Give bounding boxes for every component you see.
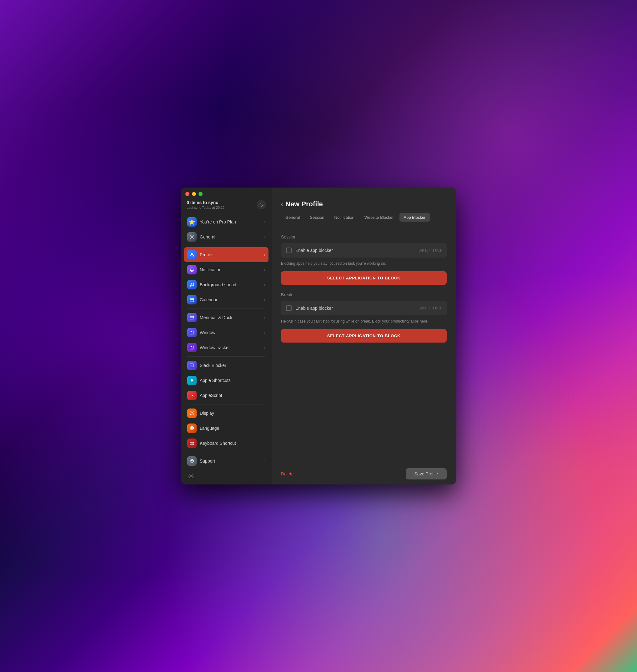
chevron-icon: › <box>264 346 266 349</box>
sidebar-item-language[interactable]: Language › <box>184 421 269 436</box>
break-section-label: Break <box>281 292 447 297</box>
session-helper-text: Blocking apps help you stay focused on t… <box>281 261 447 266</box>
page-title: New Profile <box>285 200 323 208</box>
back-nav: ‹ New Profile <box>281 200 447 208</box>
sidebar-item-keyboard-shortcut[interactable]: Keyboard Shortcut › <box>184 436 269 451</box>
sidebar-item-window[interactable]: Window › <box>184 325 269 340</box>
break-enable-checkbox[interactable] <box>286 305 292 311</box>
display-icon <box>187 408 197 418</box>
general-icon <box>187 232 197 242</box>
sidebar-item-profile[interactable]: Profile › <box>184 247 269 262</box>
tab-notification[interactable]: Notification <box>330 213 359 222</box>
sidebar-item-calendar-label: Calendar <box>200 297 264 302</box>
sidebar-item-slack-blocker-label: Slack Blocker <box>200 363 264 368</box>
notification-icon <box>187 265 197 274</box>
sidebar-item-background-sound-label: Background sound <box>200 282 264 287</box>
sidebar-item-apple-shortcuts-label: Apple Shortcuts <box>200 378 264 383</box>
chevron-icon: › <box>264 298 266 302</box>
svg-point-19 <box>190 476 192 477</box>
content-body: Session Enable app blocker Default is tr… <box>272 227 456 463</box>
sync-info: 0 items to sync Last sync Today at 20:12 <box>187 200 225 210</box>
sidebar-item-slack-blocker[interactable]: Slack Blocker › <box>184 358 269 373</box>
sidebar-item-notification-label: Notification <box>200 267 264 272</box>
tab-bar: General Session Notification Website Blo… <box>281 213 447 222</box>
session-enable-checkbox[interactable] <box>286 248 292 253</box>
sidebar-item-menubar-dock[interactable]: Menubar & Dock › <box>184 310 269 325</box>
back-button[interactable]: ‹ <box>281 201 283 207</box>
chevron-icon: › <box>264 220 266 224</box>
sidebar-item-applescript[interactable]: fx AppleScript › <box>184 388 269 403</box>
minimize-button[interactable] <box>192 192 196 196</box>
sidebar-item-display[interactable]: Display › <box>184 406 269 421</box>
chevron-icon: › <box>264 441 266 445</box>
sidebar-item-window-label: Window <box>200 330 264 335</box>
save-profile-button[interactable]: Save Profile <box>406 468 447 479</box>
sidebar-item-applescript-label: AppleScript <box>200 393 264 398</box>
sidebar-item-pro[interactable]: ⭐ You're on Pro Plan › <box>184 214 269 230</box>
tab-session[interactable]: Session <box>305 213 328 222</box>
break-checkbox-left: Enable app blocker <box>286 305 333 311</box>
chevron-icon: › <box>264 394 266 397</box>
sidebar-item-apple-shortcuts[interactable]: Apple Shortcuts › <box>184 373 269 388</box>
delete-button[interactable]: Delete <box>281 471 293 476</box>
svg-rect-16 <box>190 442 194 445</box>
keyboard-shortcut-icon <box>187 438 197 448</box>
sidebar-item-display-label: Display <box>200 411 264 416</box>
window-icon <box>187 328 197 337</box>
content-footer: Delete Save Profile <box>272 463 456 485</box>
svg-point-0 <box>191 236 193 238</box>
sidebar-item-general[interactable]: General › <box>184 230 269 244</box>
tab-website-blocker[interactable]: Website Blocker <box>360 213 398 222</box>
chevron-icon: › <box>264 364 266 367</box>
break-checkbox-row: Enable app blocker Default is true <box>281 301 447 315</box>
sidebar: 0 items to sync Last sync Today at 20:12… <box>181 187 272 485</box>
window-tracker-icon <box>187 343 197 352</box>
traffic-lights <box>185 192 202 196</box>
sidebar-item-background-sound[interactable]: Background sound › <box>184 277 269 292</box>
nav-divider <box>187 452 266 452</box>
menubar-icon <box>187 313 197 322</box>
break-helper-text: Helpful in case you can't stop focusing … <box>281 319 447 324</box>
sidebar-item-support[interactable]: Support › <box>184 454 269 468</box>
content-header: ‹ New Profile General Session Notificati… <box>272 187 456 227</box>
svg-rect-4 <box>190 298 194 302</box>
app-window: 0 items to sync Last sync Today at 20:12… <box>181 187 456 485</box>
sidebar-item-calendar[interactable]: Calendar › <box>184 292 269 307</box>
session-checkbox-left: Enable app blocker <box>286 248 333 253</box>
apple-shortcuts-icon <box>187 376 197 385</box>
chevron-icon: › <box>264 253 266 257</box>
support-icon <box>187 456 197 466</box>
sidebar-item-window-tracker-label: Window tracker <box>200 345 264 350</box>
sidebar-item-notification[interactable]: Notification › <box>184 262 269 277</box>
nav-divider <box>187 356 266 357</box>
break-default-text: Default is true <box>419 306 442 310</box>
slack-blocker-icon <box>187 361 197 370</box>
sidebar-item-pro-label: You're on Pro Plan <box>200 219 264 224</box>
break-checkbox-label: Enable app blocker <box>295 306 333 311</box>
content-area: ‹ New Profile General Session Notificati… <box>272 187 456 485</box>
sync-button[interactable] <box>257 200 266 210</box>
svg-rect-9 <box>190 346 194 349</box>
session-select-app-button[interactable]: SELECT APPLICATION TO BLOCK <box>281 271 447 285</box>
svg-rect-5 <box>190 316 194 319</box>
svg-point-11 <box>191 346 192 347</box>
sidebar-item-general-label: General <box>200 234 264 239</box>
maximize-button[interactable] <box>199 192 202 196</box>
break-select-app-button[interactable]: SELECT APPLICATION TO BLOCK <box>281 329 447 343</box>
chevron-icon: › <box>264 331 266 334</box>
sync-header: 0 items to sync Last sync Today at 20:12 <box>181 187 272 213</box>
settings-gear-button[interactable] <box>187 472 195 481</box>
applescript-icon: fx <box>187 391 197 400</box>
sidebar-item-profile-label: Profile <box>200 252 264 257</box>
chevron-icon: › <box>264 411 266 415</box>
tab-app-blocker[interactable]: App Blocker <box>399 213 430 222</box>
close-button[interactable] <box>185 192 189 196</box>
chevron-icon: › <box>264 235 266 239</box>
chevron-icon: › <box>264 459 266 463</box>
chevron-icon: › <box>264 426 266 430</box>
session-section-label: Session <box>281 234 447 239</box>
sidebar-item-menubar-dock-label: Menubar & Dock <box>200 315 264 320</box>
session-checkbox-row: Enable app blocker Default is true <box>281 243 447 257</box>
sidebar-item-window-tracker[interactable]: Window tracker › <box>184 340 269 355</box>
tab-general[interactable]: General <box>281 213 304 222</box>
